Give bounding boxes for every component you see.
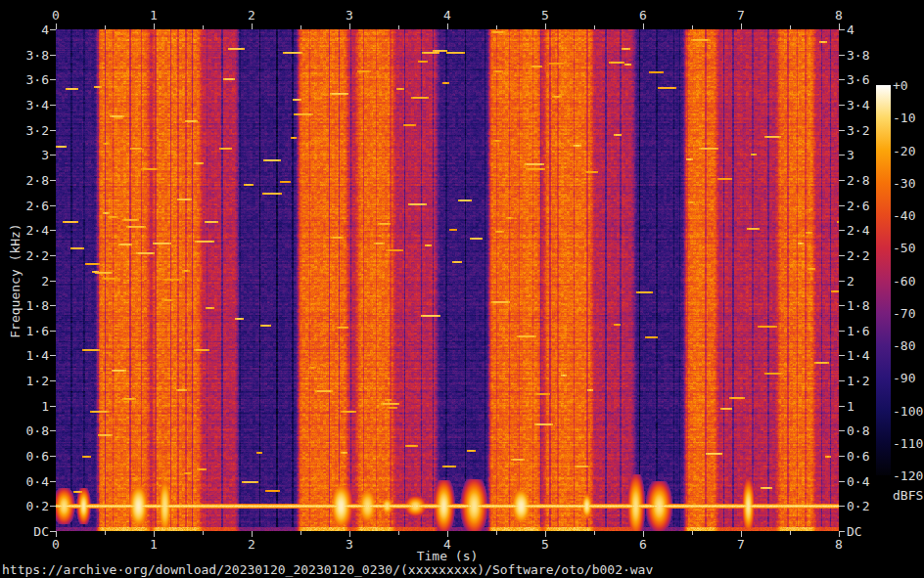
colorbar-tick-label: -60	[893, 274, 915, 287]
freq-tick	[50, 130, 56, 131]
freq-tick-label-right: 0·4	[847, 474, 869, 487]
time-major-tick	[56, 531, 57, 537]
freq-tick	[839, 531, 845, 532]
time-major-tick	[643, 531, 644, 537]
freq-tick	[839, 456, 845, 457]
freq-tick-label-right: 1·4	[847, 349, 869, 362]
time-minor-tick	[496, 25, 497, 29]
freq-tick-label-left: 4	[0, 23, 49, 36]
freq-tick	[839, 430, 845, 431]
freq-tick	[839, 79, 845, 80]
time-tick-label-bottom: 3	[346, 538, 353, 551]
freq-tick-label-right: 3	[847, 149, 855, 161]
freq-tick-label-right: 4	[847, 23, 855, 36]
freq-tick	[839, 281, 845, 282]
stage: Frequency (kHz) Time (s) dBFS https://ar…	[0, 0, 924, 578]
freq-tick	[50, 305, 56, 306]
freq-tick-label-left: 3·8	[0, 48, 49, 61]
freq-tick	[50, 430, 56, 431]
colorbar-gradient	[876, 85, 891, 475]
freq-tick	[50, 255, 56, 256]
time-minor-tick	[398, 25, 399, 29]
colorbar-tick-label: -90	[893, 372, 915, 384]
time-minor-tick	[300, 531, 301, 535]
freq-tick	[839, 130, 845, 131]
freq-tick	[839, 355, 845, 356]
freq-tick-label-right: 1·2	[847, 375, 869, 387]
freq-tick-label-left: DC	[0, 525, 49, 538]
freq-tick-label-left: 2·2	[0, 248, 49, 261]
freq-tick	[839, 205, 845, 206]
time-minor-tick	[594, 531, 595, 535]
freq-tick	[50, 29, 56, 30]
freq-tick	[50, 180, 56, 181]
time-minor-tick	[398, 531, 399, 535]
freq-tick-label-left: 3·2	[0, 123, 49, 136]
time-minor-tick	[692, 531, 693, 535]
time-tick-label-bottom: 8	[835, 538, 843, 551]
time-major-tick	[741, 531, 742, 537]
freq-tick-label-left: 1	[0, 399, 49, 412]
freq-tick-label-left: 2·6	[0, 199, 49, 211]
time-tick-label-top: 6	[639, 9, 647, 22]
time-major-tick	[545, 531, 546, 537]
freq-tick-label-right: 3·2	[847, 123, 869, 136]
time-minor-tick	[692, 25, 693, 29]
freq-tick-label-right: DC	[847, 525, 862, 538]
time-tick-label-bottom: 1	[150, 538, 158, 551]
time-tick-label-bottom: 6	[639, 538, 647, 551]
colorbar-tick-label: -120	[893, 469, 923, 482]
freq-tick	[50, 105, 56, 106]
freq-tick-label-left: 3·4	[0, 98, 49, 111]
time-tick-label-top: 7	[737, 9, 745, 22]
freq-tick	[839, 380, 845, 381]
freq-tick-label-right: 3·6	[847, 73, 869, 86]
freq-tick-label-right: 1·8	[847, 299, 869, 312]
source-url-text: https://archive·org/download/20230120_20…	[2, 563, 653, 576]
freq-tick-label-left: 1·2	[0, 375, 49, 387]
freq-tick	[839, 230, 845, 231]
colorbar-tick-label: -10	[893, 111, 915, 124]
freq-tick-label-left: 3	[0, 149, 49, 161]
freq-tick	[839, 506, 845, 507]
freq-tick-label-left: 0·6	[0, 450, 49, 463]
freq-tick	[50, 406, 56, 407]
freq-tick	[50, 205, 56, 206]
freq-tick	[50, 55, 56, 56]
freq-tick-label-right: 2·6	[847, 199, 869, 211]
time-tick-label-top: 5	[541, 9, 549, 22]
freq-tick-label-right: 2·2	[847, 248, 869, 261]
freq-tick-label-left: 1·8	[0, 299, 49, 312]
freq-tick-label-left: 0·2	[0, 500, 49, 512]
time-tick-label-top: 0	[52, 9, 60, 22]
time-minor-tick	[594, 25, 595, 29]
time-tick-label-bottom: 0	[52, 538, 60, 551]
time-tick-label-top: 8	[835, 9, 843, 22]
time-major-tick	[252, 531, 253, 537]
time-major-tick	[741, 23, 742, 29]
time-major-tick	[447, 23, 448, 29]
freq-tick	[839, 481, 845, 482]
colorbar-tick-label: -110	[893, 436, 923, 449]
freq-tick-label-right: 3·8	[847, 48, 869, 61]
colorbar-tick-label: -20	[893, 144, 915, 156]
freq-tick	[50, 456, 56, 457]
time-tick-label-top: 2	[248, 9, 255, 22]
freq-tick	[50, 79, 56, 80]
time-minor-tick	[790, 531, 791, 535]
freq-tick	[50, 506, 56, 507]
time-major-tick	[154, 531, 155, 537]
time-minor-tick	[105, 531, 106, 535]
freq-tick-label-left: 1·6	[0, 324, 49, 336]
freq-tick-label-right: 2	[847, 274, 855, 287]
time-major-tick	[252, 23, 253, 29]
freq-tick	[839, 406, 845, 407]
time-major-tick	[56, 23, 57, 29]
freq-tick-label-left: 2·8	[0, 173, 49, 186]
freq-tick-label-right: 0·8	[847, 424, 869, 437]
time-major-tick	[349, 23, 350, 29]
time-minor-tick	[790, 25, 791, 29]
freq-tick	[839, 331, 845, 332]
colorbar-tick-label: -100	[893, 404, 923, 417]
freq-tick-label-right: 0·2	[847, 500, 869, 512]
